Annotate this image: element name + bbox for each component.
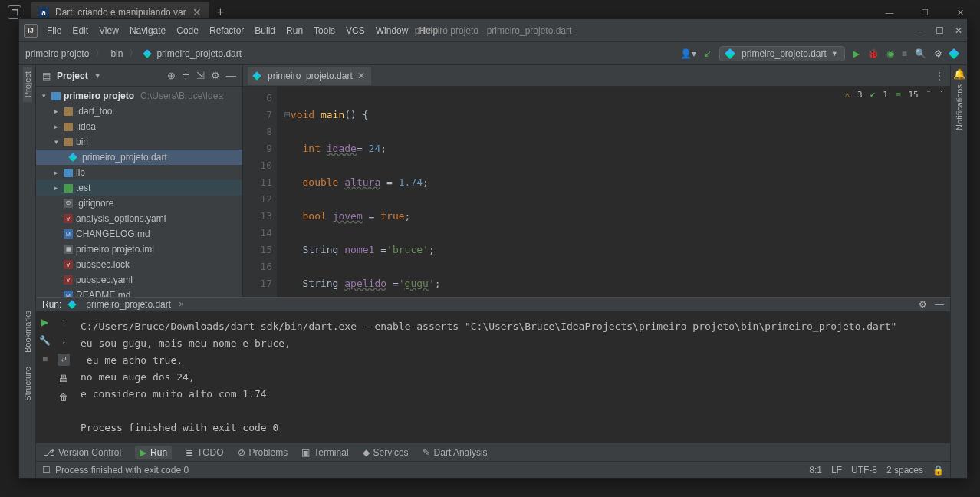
menu-tools[interactable]: Tools — [314, 25, 335, 36]
editor-tab[interactable]: primeiro_projeto.dart ✕ — [248, 67, 371, 85]
menu-vcs[interactable]: VCS — [346, 25, 365, 36]
ide-maximize-button[interactable]: ☐ — [936, 25, 944, 36]
menu-file[interactable]: File — [47, 25, 61, 36]
debug-button[interactable]: 🐞 — [867, 48, 879, 59]
tab-dart-analysis[interactable]: ✎Dart Analysis — [423, 447, 488, 458]
close-window-button[interactable]: ✕ — [949, 8, 971, 18]
tab-problems[interactable]: ⊘Problems — [238, 447, 288, 458]
project-tool-button[interactable]: Project — [23, 67, 32, 102]
structure-tool-button[interactable]: Structure — [23, 362, 32, 406]
print-icon[interactable]: 🖶 — [59, 374, 68, 384]
project-tree[interactable]: ▾ primeiro projeto C:\Users\Bruce\Idea ▸… — [36, 87, 242, 297]
tree-file[interactable]: Ypubspec.lock — [36, 257, 242, 272]
expand-all-icon[interactable]: ≑ — [182, 70, 190, 81]
tree-folder[interactable]: ▸lib — [36, 165, 242, 180]
menu-view[interactable]: View — [99, 25, 119, 36]
run-output[interactable]: C:/Users/Bruce/Downloads/dart-sdk/bin/da… — [73, 312, 950, 443]
bookmarks-tool-button[interactable]: Bookmarks — [23, 306, 32, 357]
menu-window[interactable]: Window — [376, 25, 409, 36]
line-separator[interactable]: LF — [831, 465, 842, 476]
notifications-tool-button[interactable]: Notifications — [955, 80, 964, 135]
file-encoding[interactable]: UTF-8 — [851, 465, 877, 476]
user-icon[interactable]: 👤▾ — [680, 48, 696, 59]
menu-build[interactable]: Build — [255, 25, 275, 36]
settings-icon[interactable]: ⚙ — [211, 70, 220, 81]
breadcrumb-root[interactable]: primeiro projeto — [25, 48, 89, 59]
menu-edit[interactable]: Edit — [72, 25, 88, 36]
tree-file[interactable]: MREADME.md — [36, 288, 242, 297]
trash-icon[interactable]: 🗑 — [59, 392, 68, 403]
menu-run[interactable]: Run — [286, 25, 303, 36]
caret-position[interactable]: 8:1 — [809, 465, 822, 476]
settings-icon[interactable]: ⚙ — [919, 299, 927, 310]
tab-terminal[interactable]: ▣Terminal — [301, 447, 348, 458]
run-tab-label[interactable]: primeiro_projeto.dart — [86, 299, 171, 310]
run-label: Run: — [42, 299, 61, 310]
folder-icon — [64, 138, 73, 146]
soft-wrap-icon[interactable]: ⤶ — [58, 354, 70, 366]
notifications-icon[interactable]: 🔔 — [953, 68, 965, 80]
collapse-all-icon[interactable]: ⇲ — [196, 70, 205, 81]
close-tab-icon[interactable]: ✕ — [357, 71, 365, 81]
tree-file-active[interactable]: primeiro_projeto.dart — [36, 150, 242, 165]
tab-todo[interactable]: ≣TODO — [186, 447, 223, 458]
up-icon[interactable]: ↑ — [61, 317, 66, 327]
run-config-selector[interactable]: primeiro_projeto.dart ▼ — [719, 46, 845, 61]
chevron-down-icon[interactable]: ▾ — [39, 92, 48, 100]
tree-file[interactable]: Yanalysis_options.yaml — [36, 211, 242, 226]
hide-icon[interactable]: — — [935, 299, 944, 310]
tree-file[interactable]: ∅.gitignore — [36, 196, 242, 211]
more-tabs-icon[interactable]: ⋮ — [929, 71, 950, 81]
menu-refactor[interactable]: Refactor — [209, 25, 244, 36]
coverage-button[interactable]: ◉ — [886, 48, 894, 59]
rerun-button[interactable]: ▶ — [41, 317, 48, 327]
tree-folder[interactable]: ▸.idea — [36, 119, 242, 134]
tree-file[interactable]: Ypubspec.yaml — [36, 272, 242, 288]
ide-close-button[interactable]: ✕ — [955, 25, 962, 36]
tree-folder-test[interactable]: ▸test — [36, 180, 242, 196]
menu-navigate[interactable]: Navigate — [130, 25, 166, 36]
tab-run[interactable]: ▶Run — [135, 446, 172, 459]
new-tab-button[interactable]: + — [217, 5, 224, 19]
indent-config[interactable]: 2 spaces — [886, 465, 923, 476]
terminal-icon: ▣ — [301, 447, 310, 458]
lock-icon[interactable]: 🔒 — [932, 465, 944, 476]
chevron-up-icon[interactable]: ˆ — [926, 90, 932, 100]
tree-file[interactable]: MCHANGELOG.md — [36, 226, 242, 242]
menu-code[interactable]: Code — [176, 25, 199, 36]
build-button[interactable]: ↙ — [704, 48, 712, 59]
stop-button[interactable]: ■ — [42, 354, 48, 364]
stop-button[interactable]: ■ — [902, 48, 907, 59]
settings-button[interactable]: ⚙ — [934, 48, 942, 59]
md-file-icon: M — [64, 229, 73, 239]
tree-folder[interactable]: ▸.dart_tool — [36, 104, 242, 119]
editor-code[interactable]: ⊟void main() { int idade= 24; double alt… — [277, 87, 950, 297]
search-button[interactable]: 🔍 — [915, 48, 926, 59]
tools-icon[interactable]: 🔧 — [39, 335, 51, 346]
breadcrumb-folder[interactable]: bin — [110, 48, 123, 59]
run-button[interactable]: ▶ — [853, 48, 860, 59]
select-opened-icon[interactable]: ⊕ — [167, 70, 176, 81]
inspection-widget[interactable]: ⚠3 ✔1 ⌨15 ˆ ˇ — [844, 90, 944, 100]
maximize-button[interactable]: ☐ — [914, 8, 936, 18]
hide-icon[interactable]: — — [226, 70, 236, 81]
tree-file[interactable]: ▦primeiro projeto.iml — [36, 242, 242, 257]
tree-folder-bin[interactable]: ▾bin — [36, 134, 242, 150]
tree-root[interactable]: ▾ primeiro projeto C:\Users\Bruce\Idea — [36, 88, 242, 104]
tab-services[interactable]: ◆Services — [363, 447, 409, 458]
file-icon: ∅ — [64, 199, 73, 208]
chevron-down-icon[interactable]: ˇ — [939, 90, 944, 100]
close-run-tab-icon[interactable]: × — [179, 299, 184, 310]
minimize-button[interactable]: — — [879, 8, 900, 18]
breadcrumb-file[interactable]: primeiro_projeto.dart — [156, 48, 242, 59]
chevron-down-icon[interactable]: ▼ — [94, 72, 101, 80]
down-icon[interactable]: ↓ — [61, 335, 66, 346]
tab-version-control[interactable]: ⎇Version Control — [44, 447, 121, 458]
status-icon[interactable]: ☐ — [42, 465, 51, 476]
tree-root-path: C:\Users\Bruce\Idea — [140, 91, 223, 101]
dart-logo-icon[interactable] — [950, 48, 961, 59]
editor-gutter: 6789101112131415161718 — [243, 87, 277, 297]
main-menu: File Edit View Navigate Code Refactor Bu… — [47, 25, 438, 36]
close-tab-icon[interactable]: ✕ — [192, 6, 202, 18]
ide-minimize-button[interactable]: — — [916, 25, 925, 36]
